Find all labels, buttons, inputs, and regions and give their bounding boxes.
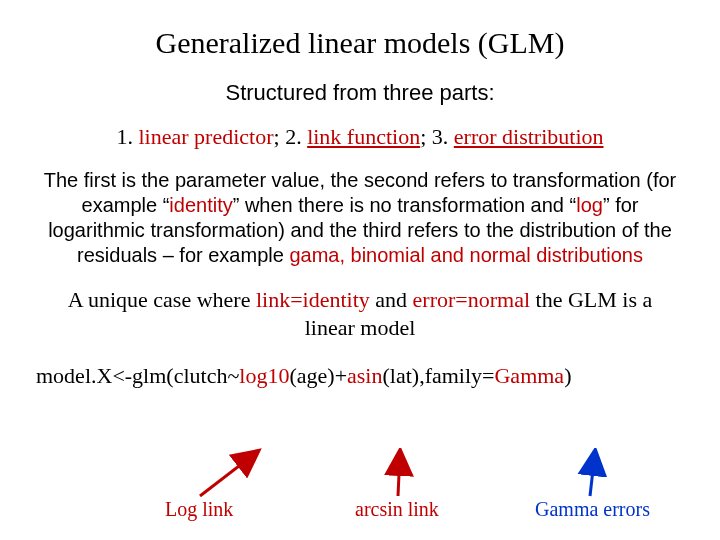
para-log: log xyxy=(576,194,603,216)
uni-t2: and xyxy=(370,287,413,312)
arrow-arcsinlink-icon xyxy=(398,452,400,496)
code-gamma: Gamma xyxy=(494,363,564,388)
uni-link: link=identity xyxy=(256,287,370,312)
uni-t1: A unique case where xyxy=(68,287,256,312)
slide: Generalized linear models (GLM) Structur… xyxy=(0,0,720,540)
para-dist: gama, binomial and normal distributions xyxy=(289,244,643,266)
arrow-loglink-icon xyxy=(200,452,257,496)
slide-title: Generalized linear models (GLM) xyxy=(30,26,690,60)
part1-num: 1. xyxy=(117,124,139,149)
part1-text: linear predictor xyxy=(139,124,274,149)
description-paragraph: The first is the parameter value, the se… xyxy=(38,168,682,268)
label-gammaerr: Gamma errors xyxy=(535,498,650,521)
sep2: ; xyxy=(420,124,432,149)
part3-text: error distribution xyxy=(454,124,604,149)
code-line: model.X<-glm(clutch~log10(age)+asin(lat)… xyxy=(36,363,690,389)
unique-case-line: A unique case where link=identity and er… xyxy=(60,286,660,341)
sep1: ; xyxy=(274,124,286,149)
code-asin: asin xyxy=(347,363,382,388)
part2-text: link function xyxy=(307,124,420,149)
uni-err: error=normal xyxy=(413,287,530,312)
code-c4: ) xyxy=(564,363,571,388)
label-arcsinlink: arcsin link xyxy=(355,498,439,521)
para-t2: ” when there is no transformation and “ xyxy=(233,194,577,216)
part2-num: 2. xyxy=(285,124,307,149)
arrow-gammaerr-icon xyxy=(590,452,595,496)
code-c1: model.X<-glm(clutch~ xyxy=(36,363,239,388)
label-loglink: Log link xyxy=(165,498,233,521)
slide-subtitle: Structured from three parts: xyxy=(30,80,690,106)
code-log10: log10 xyxy=(239,363,289,388)
arrows-svg xyxy=(0,448,720,498)
three-parts-line: 1. linear predictor; 2. link function; 3… xyxy=(30,124,690,150)
para-identity: identity xyxy=(169,194,232,216)
code-c2: (age)+ xyxy=(289,363,347,388)
part3-num: 3. xyxy=(432,124,454,149)
code-c3: (lat),family= xyxy=(383,363,495,388)
